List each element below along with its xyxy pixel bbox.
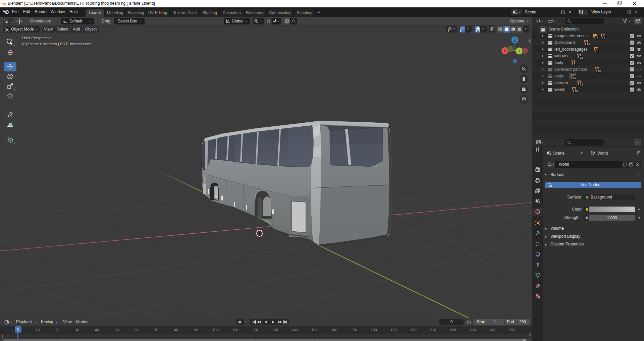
- svg-text:Z: Z: [514, 38, 516, 43]
- svg-text:Y: Y: [518, 49, 521, 54]
- svg-text:X: X: [503, 49, 506, 53]
